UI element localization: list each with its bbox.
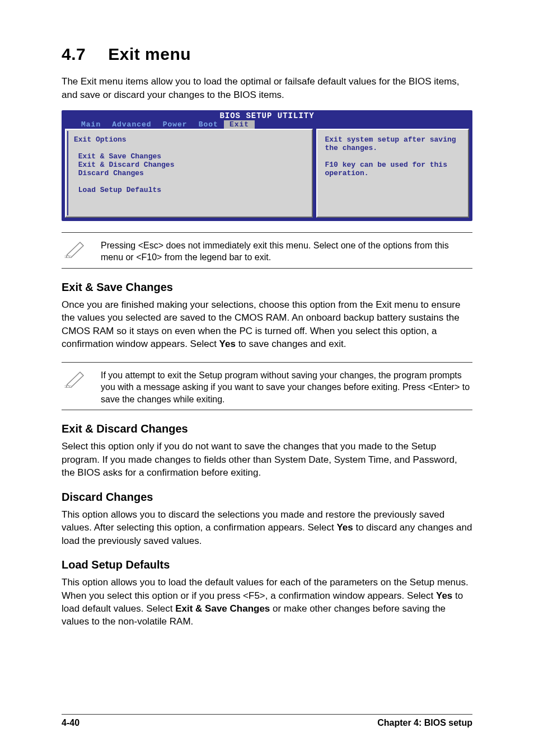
bios-setup-window: BIOS SETUP UTILITY Main Advanced Power B… [62, 110, 472, 221]
yes-label: Yes [219, 339, 236, 349]
section-number: 4.7 [62, 45, 86, 64]
exit-save-inline: Exit & Save Changes [175, 603, 270, 614]
heading-exit-save: Exit & Save Changes [62, 281, 472, 294]
note-block-1: Pressing <Esc> does not immediately exit… [62, 232, 472, 269]
body-exit-save: Once you are finished making your select… [62, 298, 472, 351]
tab-exit[interactable]: Exit [224, 120, 255, 129]
body-load-defaults: This option allows you to load the defau… [62, 576, 472, 628]
chapter-label: Chapter 4: BIOS setup [377, 718, 472, 728]
yes-label: Yes [436, 590, 452, 601]
heading-discard: Discard Changes [62, 491, 472, 504]
bios-help-panel: Exit system setup after saving the chang… [316, 129, 469, 218]
section-title-text: Exit menu [108, 45, 191, 63]
heading-exit-discard: Exit & Discard Changes [62, 422, 472, 435]
note-block-2: If you attempt to exit the Setup program… [62, 362, 472, 411]
bios-main-title: Exit Options [74, 135, 127, 144]
tab-advanced[interactable]: Advanced [106, 120, 157, 129]
body-exit-discard: Select this option only if you do not wa… [62, 440, 472, 479]
exit-save-post: to save changes and exit. [236, 339, 346, 349]
tab-boot[interactable]: Boot [193, 120, 224, 129]
page-footer: 4-40 Chapter 4: BIOS setup [62, 714, 472, 728]
body-discard: This option allows you to discard the se… [62, 508, 472, 547]
bios-option-load-defaults[interactable]: Load Setup Defaults [78, 186, 161, 194]
bios-help-text: Exit system setup after saving the chang… [325, 135, 461, 177]
pencil-note-icon [62, 237, 90, 260]
bios-option-exit-discard[interactable]: Exit & Discard Changes [78, 161, 175, 169]
bios-header: BIOS SETUP UTILITY [62, 110, 472, 120]
load-defaults-pre: This option allows you to load the defau… [62, 577, 469, 600]
section-title: 4.7Exit menu [62, 45, 472, 64]
tab-power[interactable]: Power [157, 120, 193, 129]
note-text-2: If you attempt to exit the Setup program… [101, 367, 472, 406]
note-text-1: Pressing <Esc> does not immediately exit… [101, 237, 472, 264]
intro-paragraph: The Exit menu items allow you to load th… [62, 75, 472, 102]
page-number: 4-40 [62, 718, 79, 728]
heading-load-defaults: Load Setup Defaults [62, 558, 472, 571]
bios-main-panel: Exit Options Exit & Save Changes Exit & … [65, 129, 313, 218]
pencil-note-icon [62, 367, 90, 389]
bios-tab-bar: Main Advanced Power Boot Exit [62, 120, 472, 129]
bios-option-discard[interactable]: Discard Changes [78, 169, 144, 177]
yes-label: Yes [336, 522, 353, 533]
tab-main[interactable]: Main [76, 120, 106, 129]
bios-option-exit-save[interactable]: Exit & Save Changes [78, 152, 161, 161]
